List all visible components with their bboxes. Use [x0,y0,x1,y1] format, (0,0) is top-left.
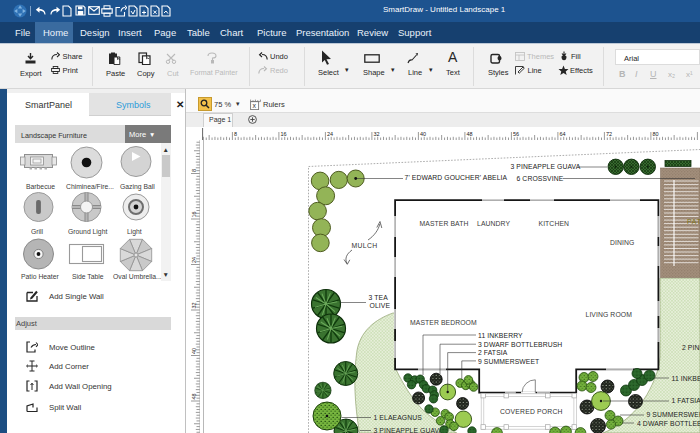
svg-text:48: 48 [191,393,197,399]
svg-text:KITCHEN: KITCHEN [539,220,570,227]
svg-text:11 INKBERRY: 11 INKBERRY [672,375,700,382]
svg-text:2 PINEAPPLE GUAVA: 2 PINEAPPLE GUAVA [682,344,700,351]
svg-text:24: 24 [191,257,197,263]
svg-text:32: 32 [191,302,197,308]
svg-text:8: 8 [234,130,237,136]
svg-text:9 SUMMERSWEET: 9 SUMMERSWEET [478,358,539,365]
svg-text:8: 8 [191,169,197,172]
svg-text:32: 32 [373,130,379,136]
svg-text:3 PINEAPPLE GUAVA: 3 PINEAPPLE GUAVA [374,427,444,433]
svg-text:3 DWARF BOTTLEBRUSH: 3 DWARF BOTTLEBRUSH [478,341,562,348]
svg-text:3 TEA: 3 TEA [369,294,389,301]
svg-text:MASTER BATH: MASTER BATH [420,220,469,227]
svg-text:PATIO: PATIO [687,218,700,225]
svg-text:40: 40 [420,130,426,136]
svg-text:LAUNDRY: LAUNDRY [477,220,510,227]
svg-text:MULCH: MULCH [352,242,378,249]
svg-text:56: 56 [513,130,519,136]
svg-text:6 CROSSVINE: 6 CROSSVINE [517,175,564,182]
svg-text:7' EDWARD GOUCHER' ABELIA: 7' EDWARD GOUCHER' ABELIA [405,174,508,181]
svg-text:OLIVE: OLIVE [370,302,391,309]
svg-text:1 FATSIA: 1 FATSIA [672,397,700,404]
svg-text:COVERED PORCH: COVERED PORCH [500,408,563,415]
svg-text:40: 40 [191,348,197,354]
svg-text:9 SUMMERSWEET: 9 SUMMERSWEET [647,411,700,418]
svg-text:4 DWARF BOTTLEBRUSH: 4 DWARF BOTTLEBRUSH [637,420,700,427]
svg-text:3 PINEAPPLE GUAVA: 3 PINEAPPLE GUAVA [511,163,581,170]
svg-text:64: 64 [559,130,565,136]
svg-text:DINING: DINING [610,239,634,246]
svg-text:72: 72 [606,130,612,136]
svg-text:2 FATSIA: 2 FATSIA [478,349,508,356]
svg-text:11 INKBERRY: 11 INKBERRY [478,332,523,339]
svg-text:24: 24 [327,130,333,136]
svg-text:x: x [253,102,257,109]
svg-text:LIVING ROOM: LIVING ROOM [586,311,633,318]
svg-text:1 ELAEAGNUS: 1 ELAEAGNUS [374,414,423,421]
svg-text:MASTER BEDROOM: MASTER BEDROOM [410,319,477,326]
svg-text:80: 80 [652,130,658,136]
svg-text:16: 16 [191,211,197,217]
svg-text:48: 48 [466,130,472,136]
svg-text:16: 16 [280,130,286,136]
